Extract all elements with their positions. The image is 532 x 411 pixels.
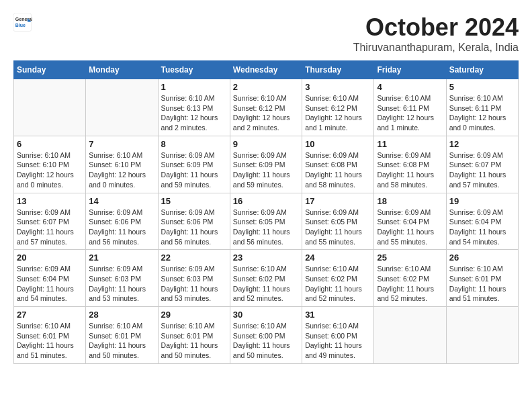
calendar-cell: 24Sunrise: 6:10 AM Sunset: 6:02 PM Dayli… xyxy=(302,250,374,307)
calendar-cell: 25Sunrise: 6:10 AM Sunset: 6:02 PM Dayli… xyxy=(374,250,446,307)
calendar-table: Sunday Monday Tuesday Wednesday Thursday… xyxy=(13,60,519,364)
day-info: Sunrise: 6:09 AM Sunset: 6:09 PM Dayligh… xyxy=(161,150,227,190)
calendar-cell: 4Sunrise: 6:10 AM Sunset: 6:11 PM Daylig… xyxy=(374,79,446,136)
day-info: Sunrise: 6:09 AM Sunset: 6:06 PM Dayligh… xyxy=(89,208,154,247)
calendar-cell: 17Sunrise: 6:09 AM Sunset: 6:05 PM Dayli… xyxy=(302,193,374,250)
header-friday: Friday xyxy=(374,61,446,79)
day-number: 17 xyxy=(305,196,371,206)
calendar-cell: 26Sunrise: 6:10 AM Sunset: 6:01 PM Dayli… xyxy=(446,250,518,307)
day-number: 9 xyxy=(233,139,299,149)
day-number: 13 xyxy=(17,196,83,206)
calendar-cell: 1Sunrise: 6:10 AM Sunset: 6:13 PM Daylig… xyxy=(158,79,230,136)
day-number: 11 xyxy=(377,139,443,149)
day-info: Sunrise: 6:09 AM Sunset: 6:08 PM Dayligh… xyxy=(305,150,371,190)
day-info: Sunrise: 6:10 AM Sunset: 6:00 PM Dayligh… xyxy=(305,321,371,361)
logo: General Blue xyxy=(13,13,32,32)
day-number: 5 xyxy=(449,82,515,92)
day-number: 2 xyxy=(233,82,299,92)
day-info: Sunrise: 6:10 AM Sunset: 6:00 PM Dayligh… xyxy=(233,321,299,361)
location-subtitle: Thiruvananthapuram, Kerala, India xyxy=(353,42,519,54)
day-info: Sunrise: 6:09 AM Sunset: 6:07 PM Dayligh… xyxy=(17,208,83,247)
day-number: 26 xyxy=(449,253,515,263)
day-number: 28 xyxy=(89,310,154,320)
calendar-cell: 18Sunrise: 6:09 AM Sunset: 6:04 PM Dayli… xyxy=(374,193,446,250)
day-info: Sunrise: 6:09 AM Sunset: 6:08 PM Dayligh… xyxy=(377,150,443,190)
calendar-cell: 14Sunrise: 6:09 AM Sunset: 6:06 PM Dayli… xyxy=(86,193,158,250)
calendar-cell: 31Sunrise: 6:10 AM Sunset: 6:00 PM Dayli… xyxy=(302,307,374,364)
day-info: Sunrise: 6:10 AM Sunset: 6:10 PM Dayligh… xyxy=(89,150,154,190)
header-tuesday: Tuesday xyxy=(158,61,230,79)
day-info: Sunrise: 6:10 AM Sunset: 6:01 PM Dayligh… xyxy=(89,321,154,361)
day-number: 14 xyxy=(89,196,154,206)
day-number: 18 xyxy=(377,196,443,206)
calendar-cell: 9Sunrise: 6:09 AM Sunset: 6:09 PM Daylig… xyxy=(230,136,302,193)
header-sunday: Sunday xyxy=(14,61,86,79)
day-info: Sunrise: 6:10 AM Sunset: 6:01 PM Dayligh… xyxy=(17,321,83,361)
calendar-cell xyxy=(446,307,518,364)
calendar-cell: 22Sunrise: 6:09 AM Sunset: 6:03 PM Dayli… xyxy=(158,250,230,307)
week-row-4: 20Sunrise: 6:09 AM Sunset: 6:04 PM Dayli… xyxy=(14,250,519,307)
day-number: 4 xyxy=(377,82,443,92)
day-number: 31 xyxy=(305,310,371,320)
day-info: Sunrise: 6:10 AM Sunset: 6:10 PM Dayligh… xyxy=(17,150,83,190)
week-row-1: 1Sunrise: 6:10 AM Sunset: 6:13 PM Daylig… xyxy=(14,79,519,136)
title-block: October 2024 Thiruvananthapuram, Kerala,… xyxy=(353,13,519,54)
day-number: 6 xyxy=(17,139,83,149)
day-number: 22 xyxy=(161,253,227,263)
calendar-cell xyxy=(14,79,86,136)
day-info: Sunrise: 6:09 AM Sunset: 6:04 PM Dayligh… xyxy=(17,264,83,304)
day-number: 20 xyxy=(17,253,83,263)
day-number: 16 xyxy=(233,196,299,206)
calendar-cell: 6Sunrise: 6:10 AM Sunset: 6:10 PM Daylig… xyxy=(14,136,86,193)
page-header: General Blue October 2024 Thiruvananthap… xyxy=(13,13,519,54)
day-number: 30 xyxy=(233,310,299,320)
day-info: Sunrise: 6:10 AM Sunset: 6:13 PM Dayligh… xyxy=(161,93,227,133)
header-saturday: Saturday xyxy=(446,61,518,79)
calendar-cell xyxy=(86,79,158,136)
day-info: Sunrise: 6:09 AM Sunset: 6:09 PM Dayligh… xyxy=(233,150,299,190)
day-info: Sunrise: 6:09 AM Sunset: 6:04 PM Dayligh… xyxy=(377,208,443,247)
day-number: 27 xyxy=(17,310,83,320)
day-info: Sunrise: 6:09 AM Sunset: 6:04 PM Dayligh… xyxy=(449,208,515,247)
header-thursday: Thursday xyxy=(302,61,374,79)
calendar-cell: 8Sunrise: 6:09 AM Sunset: 6:09 PM Daylig… xyxy=(158,136,230,193)
day-number: 29 xyxy=(161,310,227,320)
day-number: 3 xyxy=(305,82,371,92)
day-info: Sunrise: 6:09 AM Sunset: 6:03 PM Dayligh… xyxy=(161,264,227,304)
day-info: Sunrise: 6:10 AM Sunset: 6:02 PM Dayligh… xyxy=(305,264,371,304)
calendar-cell: 12Sunrise: 6:09 AM Sunset: 6:07 PM Dayli… xyxy=(446,136,518,193)
day-number: 1 xyxy=(161,82,227,92)
calendar-cell: 21Sunrise: 6:09 AM Sunset: 6:03 PM Dayli… xyxy=(86,250,158,307)
calendar-cell: 5Sunrise: 6:10 AM Sunset: 6:11 PM Daylig… xyxy=(446,79,518,136)
day-number: 21 xyxy=(89,253,154,263)
day-info: Sunrise: 6:09 AM Sunset: 6:03 PM Dayligh… xyxy=(89,264,154,304)
calendar-cell: 30Sunrise: 6:10 AM Sunset: 6:00 PM Dayli… xyxy=(230,307,302,364)
weekday-header-row: Sunday Monday Tuesday Wednesday Thursday… xyxy=(14,61,519,79)
calendar-cell: 28Sunrise: 6:10 AM Sunset: 6:01 PM Dayli… xyxy=(86,307,158,364)
day-info: Sunrise: 6:10 AM Sunset: 6:01 PM Dayligh… xyxy=(161,321,227,361)
week-row-2: 6Sunrise: 6:10 AM Sunset: 6:10 PM Daylig… xyxy=(14,136,519,193)
day-number: 7 xyxy=(89,139,154,149)
calendar-cell: 15Sunrise: 6:09 AM Sunset: 6:06 PM Dayli… xyxy=(158,193,230,250)
calendar-cell: 23Sunrise: 6:10 AM Sunset: 6:02 PM Dayli… xyxy=(230,250,302,307)
calendar-cell: 20Sunrise: 6:09 AM Sunset: 6:04 PM Dayli… xyxy=(14,250,86,307)
calendar-cell: 10Sunrise: 6:09 AM Sunset: 6:08 PM Dayli… xyxy=(302,136,374,193)
header-monday: Monday xyxy=(86,61,158,79)
day-info: Sunrise: 6:09 AM Sunset: 6:06 PM Dayligh… xyxy=(161,208,227,247)
day-info: Sunrise: 6:10 AM Sunset: 6:12 PM Dayligh… xyxy=(233,93,299,133)
header-wednesday: Wednesday xyxy=(230,61,302,79)
day-info: Sunrise: 6:10 AM Sunset: 6:11 PM Dayligh… xyxy=(449,93,515,133)
day-info: Sunrise: 6:09 AM Sunset: 6:07 PM Dayligh… xyxy=(449,150,515,190)
month-title: October 2024 xyxy=(353,13,519,42)
day-number: 10 xyxy=(305,139,371,149)
day-number: 25 xyxy=(377,253,443,263)
day-info: Sunrise: 6:10 AM Sunset: 6:11 PM Dayligh… xyxy=(377,93,443,133)
calendar-cell: 13Sunrise: 6:09 AM Sunset: 6:07 PM Dayli… xyxy=(14,193,86,250)
day-number: 24 xyxy=(305,253,371,263)
week-row-3: 13Sunrise: 6:09 AM Sunset: 6:07 PM Dayli… xyxy=(14,193,519,250)
day-number: 23 xyxy=(233,253,299,263)
calendar-cell: 29Sunrise: 6:10 AM Sunset: 6:01 PM Dayli… xyxy=(158,307,230,364)
day-info: Sunrise: 6:09 AM Sunset: 6:05 PM Dayligh… xyxy=(305,208,371,247)
day-info: Sunrise: 6:10 AM Sunset: 6:02 PM Dayligh… xyxy=(233,264,299,304)
day-info: Sunrise: 6:09 AM Sunset: 6:05 PM Dayligh… xyxy=(233,208,299,247)
